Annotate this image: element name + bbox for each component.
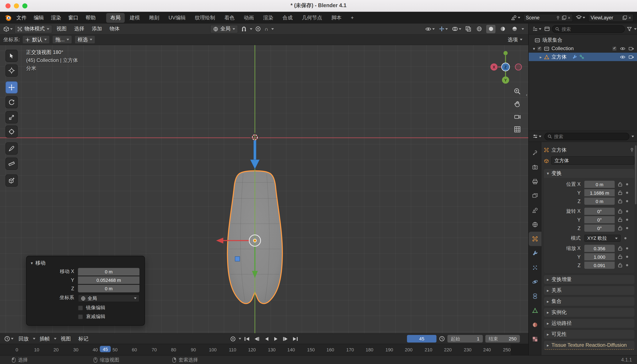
tab-tool[interactable] [528,146,541,160]
pin-icon[interactable] [556,16,560,20]
lock-icon[interactable] [618,254,622,259]
mirror-editing-checkbox[interactable] [78,305,83,310]
animate-decorator[interactable] [626,264,628,266]
tab-material[interactable] [528,318,541,332]
transform-panel-header[interactable]: ▾ 变换 [544,169,634,178]
falloff-editing-checkbox[interactable] [78,314,83,319]
properties-search-input[interactable] [554,134,626,139]
snap-toggle-button[interactable] [240,26,248,32]
close-window-button[interactable] [6,3,10,8]
viewlayer-browse-button[interactable] [575,14,586,21]
menu-help[interactable]: 帮助 [82,13,99,22]
tweak-direction-arrow[interactable] [250,140,260,170]
lock-icon[interactable] [618,226,622,230]
workspace-tab-uv[interactable]: UV编辑 [164,13,190,22]
camera-view-icon[interactable] [514,113,521,120]
object-name-field[interactable]: 立方体 [551,156,634,165]
tab-scene[interactable] [528,203,541,218]
jump-to-start-button[interactable] [243,335,251,342]
location-x-field[interactable]: 0 m [584,181,615,188]
workspace-tab-shading[interactable]: 着色 [220,13,239,22]
tab-constraints[interactable] [528,289,541,303]
fullscreen-window-button[interactable] [22,3,28,8]
section-tissue[interactable]: ▸ Tissue Texture Reaction-Diffusion [544,341,634,350]
section-collections[interactable]: ▸ 集合 [544,297,634,306]
auto-keying-clock-icon[interactable] [439,336,445,342]
properties-search[interactable] [544,132,630,140]
lock-icon[interactable] [618,209,622,214]
add-workspace-button[interactable]: + [346,14,358,22]
shading-material-button[interactable] [498,25,507,33]
tab-particles[interactable] [528,260,541,275]
move-z-field[interactable]: 0 m [78,284,140,292]
copy-icon[interactable] [562,16,566,20]
measure-tool[interactable] [6,158,18,170]
exclude-checkbox[interactable] [612,46,617,51]
scene-name-field[interactable]: Scene × [523,14,573,22]
animate-decorator[interactable] [626,200,628,202]
snap-options-chevron[interactable] [250,28,252,30]
navigation-gizmo[interactable]: X Z Y [490,49,523,85]
outliner-search[interactable] [552,25,625,33]
animate-decorator[interactable] [626,192,628,194]
annotate-tool[interactable] [6,142,18,154]
prev-keyframe-button[interactable] [252,335,260,342]
properties-editor-type-button[interactable] [532,133,542,140]
tab-object[interactable] [528,232,541,246]
select-mode-dropdown[interactable]: 框选 [75,36,96,44]
scale-y-field[interactable]: 1.000 [584,253,615,260]
visibility-dropdown[interactable] [424,26,436,32]
orientation-dropdown-field[interactable]: 全局 [78,294,140,302]
eye-icon[interactable] [620,54,626,59]
editor-type-button[interactable] [2,26,14,32]
current-frame-field[interactable]: 45 [407,335,436,342]
viewport-canvas[interactable]: 正交顶视图 180° (45) Collection | 立方体 分米 [0,45,528,333]
rotation-z-field[interactable]: 0° [584,224,615,232]
workspace-tab-rendering[interactable]: 渲染 [259,13,278,22]
tab-world[interactable] [528,218,541,232]
tab-render[interactable] [528,160,541,174]
lock-icon[interactable] [618,218,622,222]
render-camera-icon[interactable] [628,46,634,51]
workspace-tab-modeling[interactable]: 建模 [126,13,144,22]
animate-decorator[interactable] [624,237,626,239]
workspace-tab-scripting[interactable]: 脚本 [327,13,346,22]
geometry-nodes-icon[interactable] [579,54,584,60]
toggle-grid-icon[interactable] [514,126,521,133]
render-camera-icon[interactable] [628,54,634,59]
pin-icon[interactable] [630,148,634,152]
eye-icon[interactable] [620,46,626,51]
drag-dropdown[interactable]: 拖... [52,36,72,44]
animate-decorator[interactable] [626,227,628,229]
minimize-window-button[interactable] [14,3,19,8]
viewlayer-name-field[interactable]: ViewLayer × [588,14,634,22]
section-relations[interactable]: ▸ 关系 [544,286,634,295]
move-x-field[interactable]: 0 m [78,268,140,275]
animate-decorator[interactable] [626,247,628,250]
section-instancing[interactable]: ▸ 实例化 [544,308,634,317]
timeline-editor-type-button[interactable] [3,335,14,342]
menu-render[interactable]: 渲染 [48,13,64,22]
move-gizmo[interactable] [211,230,303,283]
frame-end-field[interactable]: 结束 250 [485,335,520,342]
lock-icon[interactable] [618,263,622,268]
menu-view[interactable]: 视图 [53,24,70,34]
gizmos-dropdown[interactable] [438,26,449,32]
tab-view-layer[interactable] [528,189,541,203]
shading-solid-button[interactable] [486,25,496,33]
shading-options-chevron[interactable] [522,28,524,30]
display-mode-icon[interactable] [544,26,550,32]
outliner-editor-type-button[interactable] [532,26,542,32]
timeline-ruler[interactable]: 0 10 20 30 40 50 60 70 80 90 100 110 120… [0,344,528,355]
play-reverse-button[interactable] [262,335,270,342]
menu-select[interactable]: 选择 [71,24,88,34]
menu-edit[interactable]: 编辑 [30,13,47,22]
falloff-options-chevron[interactable] [271,28,274,30]
tab-object-data[interactable] [528,303,541,318]
region-collapse-arrow[interactable]: ‹ [526,92,528,97]
play-button[interactable] [272,335,280,342]
scrollbar-thumb[interactable] [635,145,636,204]
workspace-tab-texturepaint[interactable]: 纹理绘制 [191,13,219,22]
options-dropdown[interactable]: 选项 [508,36,525,43]
section-visibility[interactable]: ▸ 可见性 [544,330,634,339]
